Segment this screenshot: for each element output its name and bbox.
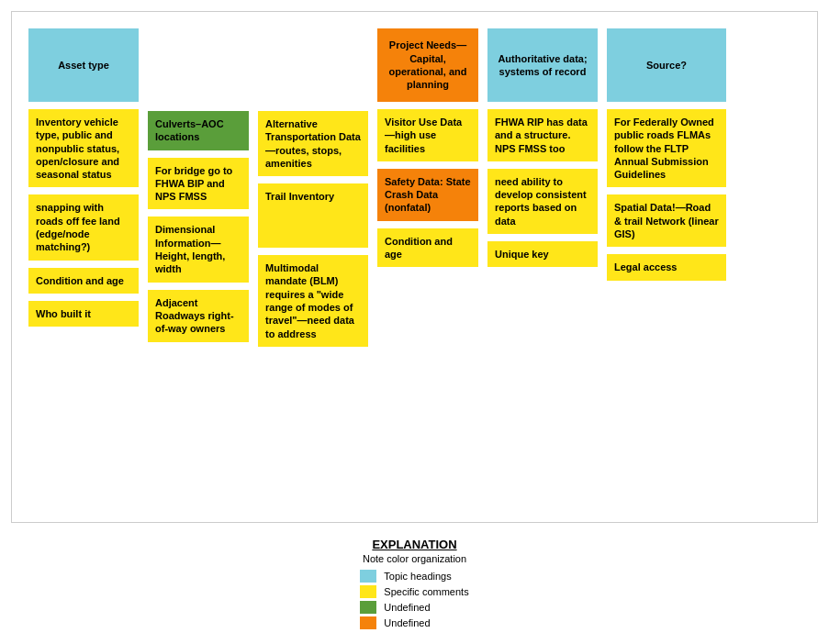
legend-label-0: Topic headings xyxy=(384,571,451,582)
trail-inventory-note: Trail Inventory xyxy=(258,183,368,248)
who-built-note: Who built it xyxy=(28,301,139,327)
asset-type-note: Asset type xyxy=(28,28,139,102)
legend-label-1: Specific comments xyxy=(384,586,468,597)
legend-color-blue xyxy=(360,570,376,583)
column-1: Asset type Inventory vehicle type, publi… xyxy=(28,28,139,327)
column-6: Source? For Federally Owned public roads… xyxy=(607,28,726,281)
unique-key-note: Unique key xyxy=(487,241,598,267)
legend-item-0: Topic headings xyxy=(360,570,468,583)
diagram-area: Asset type Inventory vehicle type, publi… xyxy=(11,11,818,523)
columns: Asset type Inventory vehicle type, publi… xyxy=(28,28,801,347)
condition-age-col1-note: Condition and age xyxy=(28,268,139,294)
visitor-use-note: Visitor Use Data—high use facilities xyxy=(377,109,478,161)
legend-label-2: Undefined xyxy=(384,602,430,613)
project-needs-note: Project Needs—Capital, operational, and … xyxy=(377,28,478,102)
column-2: Culverts–AOC locations For bridge go to … xyxy=(148,111,249,342)
source-note: Source? xyxy=(607,28,726,102)
legend-color-yellow xyxy=(360,585,376,598)
fhwa-rip-note: FHWA RIP has data and a structure. NPS F… xyxy=(487,109,598,161)
legend-color-green xyxy=(360,601,376,614)
legend-area: EXPLANATION Note color organization Topi… xyxy=(0,528,829,644)
reports-note: need ability to develop consistent repor… xyxy=(487,169,598,234)
legend-label-3: Undefined xyxy=(384,617,430,628)
culverts-note: Culverts–AOC locations xyxy=(148,111,249,150)
snapping-note: snapping with roads off fee land (edge/n… xyxy=(28,194,139,260)
dimensional-note: Dimensional Information—Height, length, … xyxy=(148,217,249,282)
legend-item-2: Undefined xyxy=(360,601,468,614)
legend-item-1: Specific comments xyxy=(360,585,468,598)
multimodal-note: Multimodal mandate (BLM) requires a "wid… xyxy=(258,255,368,347)
column-4: Project Needs—Capital, operational, and … xyxy=(377,28,478,267)
legend-items: Topic headings Specific comments Undefin… xyxy=(360,570,468,629)
legend-subtitle: Note color organization xyxy=(363,553,466,564)
legend-item-3: Undefined xyxy=(360,616,468,629)
legend-title: EXPLANATION xyxy=(372,538,456,551)
bridge-note: For bridge go to FHWA BIP and NPS FMSS xyxy=(148,158,249,210)
legal-access-note: Legal access xyxy=(607,254,726,280)
condition-age-col4-note: Condition and age xyxy=(377,228,478,268)
federally-owned-note: For Federally Owned public roads FLMAs f… xyxy=(607,109,726,187)
adjacent-roadways-note: Adjacent Roadways right-of-way owners xyxy=(148,290,249,342)
main-container: Asset type Inventory vehicle type, publi… xyxy=(0,0,829,644)
authoritative-data-note: Authoritative data; systems of record xyxy=(487,28,598,102)
spatial-data-note: Spatial Data!—Road & trail Network (line… xyxy=(607,194,726,247)
alt-transport-note: Alternative Transportation Data—routes, … xyxy=(258,111,368,176)
column-3: Alternative Transportation Data—routes, … xyxy=(258,111,368,347)
column-5: Authoritative data; systems of record FH… xyxy=(487,28,598,267)
legend-color-orange xyxy=(360,616,376,629)
safety-data-note: Safety Data: State Crash Data (nonfatal) xyxy=(377,169,478,221)
inventory-vehicle-note: Inventory vehicle type, public and nonpu… xyxy=(28,109,139,187)
